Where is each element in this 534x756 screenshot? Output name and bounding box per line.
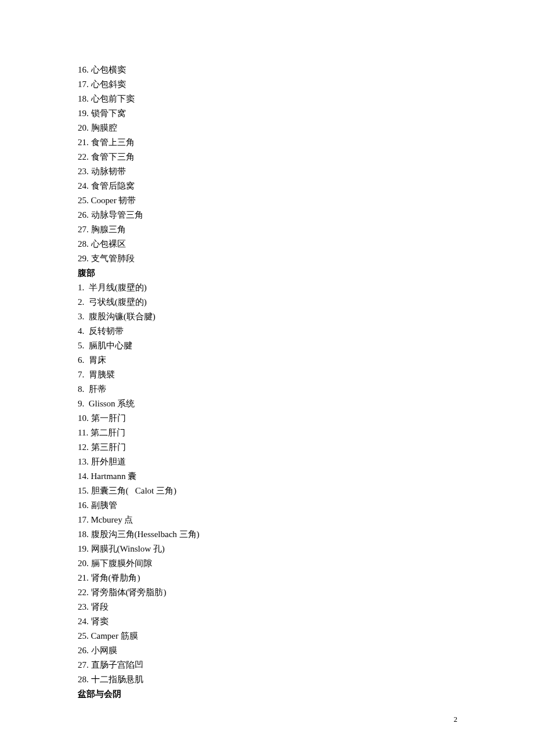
list-item: 8. 肝蒂 bbox=[78, 382, 464, 397]
list-item: 24. 肾窦 bbox=[78, 614, 464, 629]
document-page: 16. 心包横窦17. 心包斜窦18. 心包前下窦19. 锁骨下窝20. 胸膜腔… bbox=[0, 0, 534, 701]
list-item: 28. 十二指肠悬肌 bbox=[78, 672, 464, 687]
list-item: 14. Hartmann 囊 bbox=[78, 469, 464, 484]
list-item: 17. Mcburey 点 bbox=[78, 513, 464, 527]
list-item: 15. 胆囊三角( Calot 三角) bbox=[78, 484, 464, 498]
list-item: 22. 肾旁脂体(肾旁脂肪) bbox=[78, 585, 464, 600]
list-item: 27. 胸腺三角 bbox=[78, 222, 464, 237]
list-item: 25. Cooper 韧带 bbox=[78, 193, 464, 208]
list-item: 16. 副胰管 bbox=[78, 498, 464, 513]
list-item: 27. 直肠子宫陷凹 bbox=[78, 658, 464, 672]
list-item: 18. 心包前下窦 bbox=[78, 92, 464, 106]
list-item: 23. 动脉韧带 bbox=[78, 164, 464, 179]
list-item: 7. 胃胰襞 bbox=[78, 368, 464, 382]
list-item: 24. 食管后隐窝 bbox=[78, 179, 464, 193]
list-item: 18. 腹股沟三角(Hesselbach 三角) bbox=[78, 527, 464, 542]
list-item: 26. 动脉导管三角 bbox=[78, 208, 464, 222]
list-item: 21. 食管上三角 bbox=[78, 135, 464, 150]
list-item: 28. 心包裸区 bbox=[78, 237, 464, 251]
list-item: 3. 腹股沟镰(联合腱) bbox=[78, 309, 464, 324]
list-item: 25. Camper 筋膜 bbox=[78, 629, 464, 643]
page-number: 2 bbox=[454, 715, 458, 724]
list-item: 21. 肾角(脊肋角) bbox=[78, 571, 464, 585]
heading-abdomen: 腹部 bbox=[78, 266, 464, 280]
list-item: 13. 肝外胆道 bbox=[78, 455, 464, 469]
list-item: 10. 第一肝门 bbox=[78, 411, 464, 426]
list-item: 29. 支气管肺段 bbox=[78, 251, 464, 266]
list-item: 22. 食管下三角 bbox=[78, 150, 464, 164]
list-item: 19. 网膜孔(Winslow 孔) bbox=[78, 542, 464, 556]
list-item: 2. 弓状线(腹壁的) bbox=[78, 295, 464, 309]
list-item: 20. 胸膜腔 bbox=[78, 121, 464, 135]
list-item: 5. 膈肌中心腱 bbox=[78, 339, 464, 353]
section-2-list: 1. 半月线(腹壁的)2. 弓状线(腹壁的)3. 腹股沟镰(联合腱)4. 反转韧… bbox=[78, 280, 464, 687]
list-item: 11. 第二肝门 bbox=[78, 426, 464, 440]
list-item: 19. 锁骨下窝 bbox=[78, 106, 464, 121]
list-item: 6. 胃床 bbox=[78, 353, 464, 368]
list-item: 23. 肾段 bbox=[78, 600, 464, 614]
list-item: 1. 半月线(腹壁的) bbox=[78, 280, 464, 295]
list-item: 20. 膈下腹膜外间隙 bbox=[78, 556, 464, 571]
list-item: 4. 反转韧带 bbox=[78, 324, 464, 339]
list-item: 26. 小网膜 bbox=[78, 643, 464, 658]
list-item: 12. 第三肝门 bbox=[78, 440, 464, 455]
list-item: 9. Glisson 系统 bbox=[78, 397, 464, 411]
heading-pelvis-perineum: 盆部与会阴 bbox=[78, 687, 464, 701]
list-item: 16. 心包横窦 bbox=[78, 63, 464, 77]
list-item: 17. 心包斜窦 bbox=[78, 77, 464, 92]
section-1-list: 16. 心包横窦17. 心包斜窦18. 心包前下窦19. 锁骨下窝20. 胸膜腔… bbox=[78, 63, 464, 266]
